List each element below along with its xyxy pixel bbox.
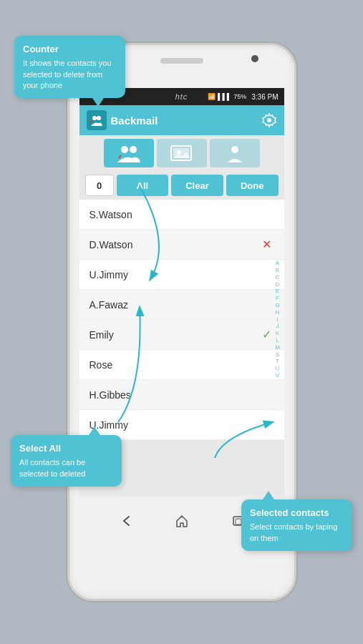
list-item[interactable]: A.Fawaz <box>79 290 284 320</box>
alpha-G[interactable]: G <box>275 303 279 309</box>
selected-contacts-tooltip: Selected contacts Select contacts by tap… <box>241 499 352 551</box>
phone-speaker <box>160 58 203 64</box>
alpha-J[interactable]: J <box>276 323 279 330</box>
list-item[interactable]: U.Jimmy <box>79 260 284 290</box>
list-item[interactable]: Emily ✓ <box>79 320 284 350</box>
clock: 3:36 PM <box>251 93 278 101</box>
svg-rect-9 <box>233 517 242 525</box>
counter-tooltip-title: Counter <box>23 43 117 56</box>
settings-icon[interactable] <box>261 112 277 128</box>
all-button[interactable]: All <box>117 175 169 196</box>
counter-tooltip-body: It shows the contacts you selected to de… <box>23 59 112 89</box>
contact-name: A.Fawaz <box>89 299 260 311</box>
list-item[interactable]: Rose <box>79 350 284 380</box>
alpha-H[interactable]: H <box>276 310 280 316</box>
alphabet-sidebar[interactable]: A B C D E F G H I J K L M S T U V <box>273 200 283 440</box>
contact-name: U.Jimmy <box>89 419 260 431</box>
select-all-tooltip: Select All All contacts can be selected … <box>11 435 122 487</box>
app-bar-left: Backmail <box>87 110 158 130</box>
contact-name: U.Jimmy <box>89 269 260 280</box>
counter-button[interactable]: 0 <box>85 175 114 196</box>
contact-name: Emily <box>89 329 260 341</box>
selected-contacts-tooltip-body: Select contacts by taping on them <box>250 522 337 542</box>
alpha-I[interactable]: I <box>276 317 278 323</box>
svg-point-1 <box>97 116 101 120</box>
alpha-B[interactable]: B <box>276 268 279 274</box>
alpha-L[interactable]: L <box>276 338 279 344</box>
alpha-S[interactable]: S <box>276 352 279 358</box>
contact-name: S.Watson <box>89 209 260 220</box>
alpha-U[interactable]: U <box>276 366 280 372</box>
list-item[interactable]: S.Watson <box>79 200 284 230</box>
alpha-T[interactable]: T <box>276 358 279 365</box>
alpha-M[interactable]: M <box>275 345 280 351</box>
select-all-tooltip-title: Select All <box>19 442 113 455</box>
alpha-C[interactable]: C <box>276 275 280 281</box>
phone-brand: htc <box>175 92 188 101</box>
back-button[interactable] <box>115 510 137 532</box>
done-button[interactable]: Done <box>226 175 279 196</box>
contact-selected-mark: ✓ <box>260 328 274 342</box>
svg-point-2 <box>267 118 271 122</box>
status-icons: 📶 ▌▌▌ 75% 3:36 PM <box>208 93 278 101</box>
contact-checkbox <box>260 208 274 222</box>
alpha-F[interactable]: F <box>276 296 279 302</box>
battery-indicator: 75% <box>233 93 246 100</box>
selected-contacts-tooltip-title: Selected contacts <box>250 507 344 519</box>
contact-name: Rose <box>89 359 260 371</box>
contact-name: D.Watson <box>89 239 260 250</box>
tab-person[interactable] <box>210 139 260 167</box>
tab-bar <box>79 135 284 171</box>
phone-camera <box>251 55 258 62</box>
app-icon <box>87 110 107 130</box>
svg-point-3 <box>121 146 128 153</box>
svg-point-8 <box>231 146 238 153</box>
contact-checkbox <box>260 298 274 312</box>
select-all-tooltip-body: All contacts can be selected to deleted <box>19 458 85 477</box>
contact-checkbox <box>260 418 274 432</box>
alpha-D[interactable]: D <box>276 282 280 288</box>
wifi-icon: 📶 <box>208 93 216 100</box>
app-bar: Backmail <box>79 105 284 135</box>
alpha-A[interactable]: A <box>276 260 279 267</box>
svg-point-4 <box>130 146 137 153</box>
tab-photos[interactable] <box>157 139 207 167</box>
contact-name: H.Gibbes <box>89 389 260 401</box>
tab-contacts[interactable] <box>104 139 154 167</box>
signal-bars: ▌▌▌ <box>218 93 231 100</box>
contact-checkbox <box>260 358 274 372</box>
contact-checkbox <box>260 388 274 402</box>
home-button[interactable] <box>171 510 193 532</box>
alpha-K[interactable]: K <box>276 331 279 337</box>
alpha-E[interactable]: E <box>276 288 279 295</box>
counter-tooltip: Counter It shows the contacts you select… <box>14 36 125 98</box>
list-item[interactable]: D.Watson ✕ <box>79 230 284 260</box>
list-item[interactable]: H.Gibbes <box>79 380 284 410</box>
alpha-V[interactable]: V <box>276 373 279 379</box>
contact-delete-mark: ✕ <box>260 238 274 252</box>
contact-checkbox <box>260 268 274 282</box>
contact-list: S.Watson D.Watson ✕ U.Jimmy A.Fawaz Emil… <box>79 200 284 440</box>
app-title: Backmail <box>111 114 158 127</box>
svg-point-0 <box>92 116 97 120</box>
action-bar: 0 All Clear Done <box>79 171 284 200</box>
clear-button[interactable]: Clear <box>171 175 223 196</box>
svg-rect-10 <box>236 519 241 525</box>
